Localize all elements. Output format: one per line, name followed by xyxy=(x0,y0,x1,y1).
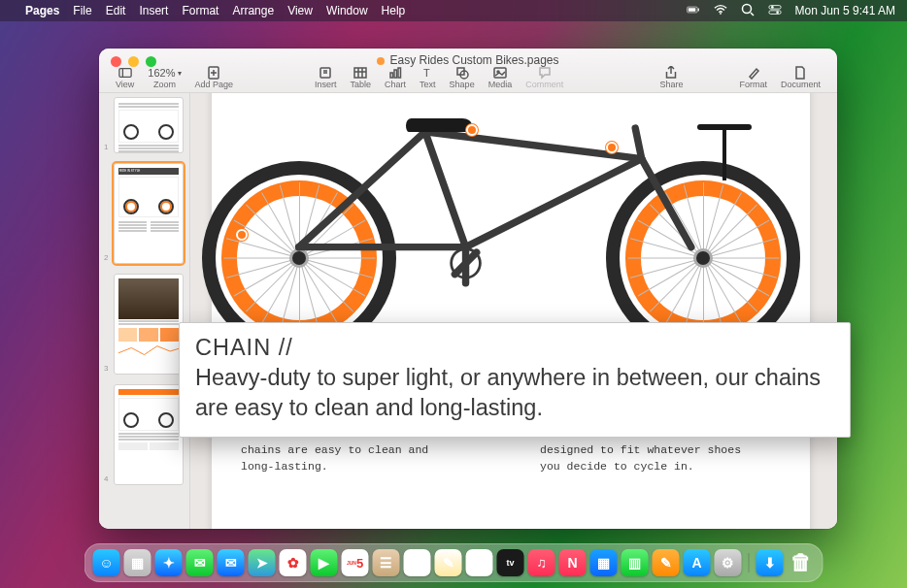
shape-button[interactable]: Shape xyxy=(450,66,475,89)
insert-label: Insert xyxy=(315,80,337,89)
thumbnail-1[interactable] xyxy=(114,97,184,153)
menu-view[interactable]: View xyxy=(287,4,313,17)
dock-launchpad[interactable]: ▦ xyxy=(124,549,151,576)
zoom-label: Zoom xyxy=(153,80,176,89)
menu-edit[interactable]: Edit xyxy=(106,4,126,17)
dock-finder[interactable]: ☺ xyxy=(93,549,120,576)
svg-rect-24 xyxy=(398,68,401,78)
media-label: Media xyxy=(488,80,513,89)
hover-header: CHAIN // xyxy=(195,333,834,363)
dock-trash[interactable]: 🗑 xyxy=(788,549,815,576)
handlebar xyxy=(722,130,726,180)
text-button[interactable]: T Text xyxy=(420,66,436,89)
zoom-value: 162% xyxy=(148,66,181,80)
page-number: 1 xyxy=(104,143,108,151)
dock-reminders[interactable]: ☰ xyxy=(404,549,431,576)
thumbnail-2[interactable]: RIDE IN STYLE xyxy=(114,163,184,264)
battery-icon[interactable] xyxy=(687,3,700,19)
shape-icon xyxy=(455,66,469,80)
share-label: Share xyxy=(659,80,683,89)
dock-settings[interactable]: ⚙ xyxy=(715,549,742,576)
menubar-clock[interactable]: Mon Jun 5 9:41 AM xyxy=(795,4,895,17)
dock-calendar[interactable]: JUN5 xyxy=(342,549,369,576)
svg-point-8 xyxy=(771,6,774,9)
dock-music[interactable]: ♫ xyxy=(528,549,555,576)
app-name[interactable]: Pages xyxy=(25,4,59,17)
toolbar: View 162% Zoom Add Page Insert xyxy=(99,65,837,90)
dock: ☺▦✦✉✉➤✿▶JUN5☰☰✎✐tv♫N▦▥✎A⚙⬇🗑 xyxy=(84,543,823,582)
svg-rect-22 xyxy=(390,73,393,78)
brush-icon xyxy=(747,66,760,80)
add-page-button[interactable]: Add Page xyxy=(195,66,234,89)
menu-window[interactable]: Window xyxy=(326,4,368,17)
callout-dot xyxy=(466,124,478,136)
dock-contacts[interactable]: ☰ xyxy=(373,549,400,576)
spotlight-icon[interactable] xyxy=(741,3,755,19)
chart-button[interactable]: Chart xyxy=(385,66,406,89)
share-icon xyxy=(664,66,678,80)
view-label: View xyxy=(116,80,134,89)
format-button[interactable]: Format xyxy=(739,66,767,89)
wifi-icon[interactable] xyxy=(714,3,727,19)
zoom-control[interactable]: 162% Zoom xyxy=(148,66,181,89)
dock-news[interactable]: N xyxy=(559,549,587,576)
format-label: Format xyxy=(739,80,767,89)
page-thumbnails[interactable]: 1 2 RIDE IN STYLE 3 xyxy=(99,93,190,529)
svg-rect-1 xyxy=(688,8,695,12)
dock-tv[interactable]: tv xyxy=(497,549,524,576)
svg-rect-18 xyxy=(354,68,366,78)
dock-safari[interactable]: ✦ xyxy=(155,549,183,576)
shape-label: Shape xyxy=(450,80,475,89)
menu-file[interactable]: File xyxy=(73,4,91,17)
table-button[interactable]: Table xyxy=(351,66,372,89)
menubar: Pages File Edit Insert Format Arrange Vi… xyxy=(0,0,907,21)
page-number: 3 xyxy=(104,364,108,373)
share-button[interactable]: Share xyxy=(659,66,683,89)
dock-pages[interactable]: ✎ xyxy=(653,549,680,576)
svg-rect-7 xyxy=(768,10,780,14)
thumbnail-3[interactable] xyxy=(114,274,184,375)
thumbnail-4[interactable] xyxy=(114,384,184,485)
document-button[interactable]: Document xyxy=(781,66,821,89)
svg-point-9 xyxy=(776,11,779,14)
svg-line-33 xyxy=(466,159,642,247)
dock-keynote[interactable]: ▦ xyxy=(590,549,618,576)
comment-icon xyxy=(538,66,552,80)
menu-help[interactable]: Help xyxy=(382,4,406,17)
view-button[interactable]: View xyxy=(116,66,134,89)
media-icon xyxy=(493,66,507,80)
menu-format[interactable]: Format xyxy=(182,4,218,17)
dock-appstore[interactable]: A xyxy=(684,549,711,576)
control-center-icon[interactable] xyxy=(768,3,782,19)
table-icon xyxy=(353,66,367,80)
chart-label: Chart xyxy=(385,80,406,89)
insert-icon xyxy=(319,66,332,80)
hover-text-magnifier: CHAIN // Heavy-duty to super light, or a… xyxy=(179,322,851,438)
page-number: 2 xyxy=(104,253,108,262)
comment-label: Comment xyxy=(525,80,563,89)
dock-freeform[interactable]: ✐ xyxy=(466,549,493,576)
svg-point-4 xyxy=(742,4,751,13)
media-button[interactable]: Media xyxy=(488,66,513,89)
svg-rect-23 xyxy=(394,70,397,78)
comment-button[interactable]: Comment xyxy=(525,66,563,89)
saddle xyxy=(406,118,472,132)
svg-line-35 xyxy=(642,159,691,247)
pages-window: Easy Rides Custom Bikes.pages View 162% … xyxy=(99,49,837,529)
dock-messages[interactable]: ✉ xyxy=(186,549,214,576)
svg-line-36 xyxy=(635,128,642,159)
insert-button[interactable]: Insert xyxy=(315,66,337,89)
bike-frame xyxy=(231,103,790,338)
dock-facetime[interactable]: ▶ xyxy=(311,549,338,576)
dock-photos[interactable]: ✿ xyxy=(280,549,307,576)
dock-mail[interactable]: ✉ xyxy=(218,549,245,576)
dock-downloads[interactable]: ⬇ xyxy=(756,549,784,576)
dock-notes[interactable]: ✎ xyxy=(435,549,462,576)
dock-maps[interactable]: ➤ xyxy=(249,549,276,576)
callout-dot xyxy=(236,229,248,241)
document-canvas[interactable]: CHAIN // Heavy-duty to super light, or a… xyxy=(190,93,837,529)
dock-numbers[interactable]: ▥ xyxy=(621,549,649,576)
svg-line-5 xyxy=(751,13,754,16)
menu-insert[interactable]: Insert xyxy=(139,4,168,17)
menu-arrange[interactable]: Arrange xyxy=(232,4,274,17)
